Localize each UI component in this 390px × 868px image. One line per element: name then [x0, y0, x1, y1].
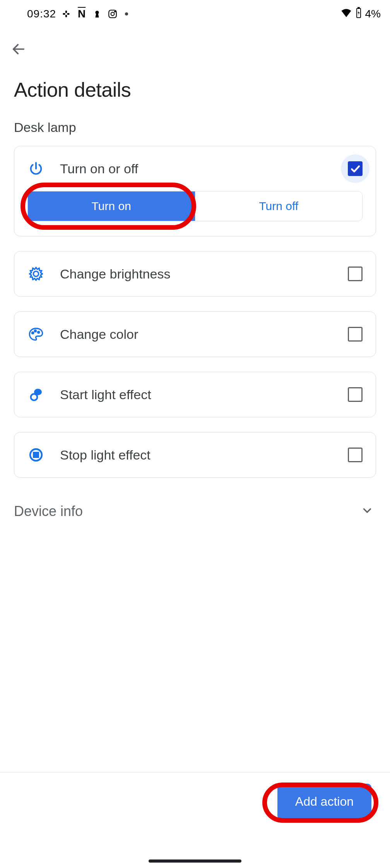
checkbox-start-effect[interactable] — [348, 387, 363, 402]
back-button[interactable] — [9, 40, 28, 58]
svg-point-4 — [95, 11, 99, 14]
svg-rect-3 — [65, 15, 67, 17]
home-indicator[interactable] — [149, 859, 241, 863]
slack-icon — [61, 9, 72, 19]
svg-point-14 — [38, 331, 39, 333]
svg-rect-9 — [358, 7, 359, 9]
more-notifications-dot — [125, 12, 128, 15]
battery-percentage: 4% — [365, 8, 381, 20]
svg-point-11 — [33, 271, 38, 276]
top-app-bar — [0, 28, 390, 70]
svg-point-6 — [111, 12, 115, 16]
light-effect-start-icon — [27, 386, 44, 403]
svg-rect-2 — [65, 10, 67, 13]
action-card-brightness[interactable]: Change brightness — [14, 251, 376, 297]
wifi-icon — [340, 7, 352, 21]
action-label: Change brightness — [60, 267, 332, 282]
brightness-icon — [27, 265, 44, 282]
light-effect-stop-icon — [27, 446, 44, 463]
status-time: 09:32 — [27, 8, 56, 20]
power-icon — [27, 160, 44, 177]
turn-off-button[interactable]: Turn off — [195, 191, 363, 221]
svg-rect-0 — [63, 13, 65, 15]
turn-on-button[interactable]: Turn on — [28, 191, 195, 221]
instagram-icon — [107, 9, 118, 19]
page-title: Action details — [14, 78, 376, 101]
action-label: Start light effect — [60, 387, 332, 402]
add-action-button[interactable]: Add action — [277, 784, 371, 820]
power-toggle-group: Turn on Turn off — [27, 191, 363, 221]
device-info-expander[interactable]: Device info — [14, 492, 376, 519]
checkbox-brightness[interactable] — [348, 267, 363, 281]
svg-point-16 — [31, 394, 38, 400]
battery-icon — [355, 7, 362, 21]
action-card-start-effect[interactable]: Start light effect — [14, 372, 376, 417]
svg-point-13 — [34, 330, 36, 332]
palette-icon — [27, 326, 44, 343]
action-label: Change color — [60, 327, 332, 342]
device-name: Desk lamp — [14, 120, 376, 135]
checkbox-color[interactable] — [348, 327, 363, 342]
action-card-power: Turn on or off Turn on Turn off — [14, 146, 376, 236]
chevron-down-icon — [361, 504, 374, 519]
svg-point-12 — [32, 332, 34, 334]
device-info-label: Device info — [14, 503, 83, 519]
bottom-bar: Add action — [0, 772, 390, 831]
svg-point-7 — [115, 11, 115, 12]
action-card-stop-effect[interactable]: Stop light effect — [14, 432, 376, 478]
status-bar: 09:32 N 4% — [0, 0, 390, 28]
svg-rect-1 — [67, 13, 70, 15]
notion-icon: N — [76, 9, 87, 19]
action-label: Stop light effect — [60, 448, 332, 463]
svg-rect-18 — [34, 453, 38, 457]
action-card-color[interactable]: Change color — [14, 311, 376, 357]
action-label: Turn on or off — [60, 161, 332, 176]
checkbox-power[interactable] — [348, 161, 363, 176]
keyhole-icon — [92, 9, 103, 19]
checkbox-stop-effect[interactable] — [348, 448, 363, 462]
